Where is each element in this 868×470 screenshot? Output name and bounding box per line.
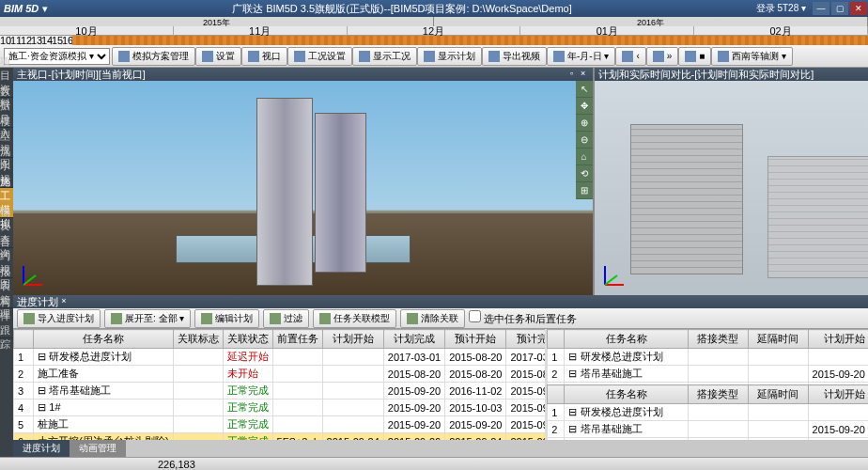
timeline-day[interactable]: 14: [41, 36, 52, 45]
timeline-day[interactable]: 12: [21, 36, 31, 45]
table-row[interactable]: 2 ⊟ 塔吊基础施工2015-09-202016-11-02: [548, 366, 868, 383]
toolbar-btn-8[interactable]: ‹: [615, 47, 645, 66]
pane-max-icon[interactable]: ▫: [566, 69, 578, 80]
toolbar-icon: [294, 51, 305, 62]
toolbar-icon: [202, 51, 213, 62]
schedule-title-bar: 进度计划 ×: [13, 295, 868, 308]
schedule-grid-main[interactable]: 任务名称关联标志关联状态前置任务计划开始计划完成预计开始预计完成实际1⊟ 研发楼…: [13, 329, 545, 440]
pane-close-icon[interactable]: ×: [578, 69, 589, 80]
col-header[interactable]: 计划开始: [808, 385, 868, 404]
col-header[interactable]: 任务名称: [565, 330, 688, 349]
sched-tb-icon: [270, 313, 281, 324]
sched-tb-btn-4[interactable]: 任务关联模型: [313, 309, 396, 328]
col-header[interactable]: 计划完成: [383, 330, 444, 349]
col-header[interactable]: 关联标志: [173, 330, 223, 349]
col-header[interactable]: 计划开始: [322, 330, 383, 349]
table-row[interactable]: 1⊟ 研发楼总进度计划延迟开始2017-03-012015-08-202017-…: [14, 349, 546, 366]
svg-line-11: [23, 275, 36, 285]
col-header[interactable]: 延隔时间: [748, 330, 808, 349]
col-header[interactable]: 搭接类型: [688, 385, 748, 404]
view-tool-4[interactable]: ⌂: [576, 149, 593, 165]
col-header[interactable]: 预计开始: [445, 330, 506, 349]
toolbar-btn-1[interactable]: 设置: [195, 47, 241, 66]
pane-close-icon[interactable]: ×: [58, 296, 70, 307]
sched-tb-btn-0[interactable]: 导入进度计划: [17, 309, 101, 328]
toolbar-btn-0[interactable]: 模拟方案管理: [112, 47, 195, 66]
col-header[interactable]: 搭接类型: [688, 330, 748, 349]
table-row[interactable]: 1⊟ 研发楼总进度计划2017-03-01: [548, 404, 868, 421]
timeline-year: 2016年: [434, 17, 868, 26]
toolbar-icon: [553, 51, 565, 62]
col-header[interactable]: 关联状态: [223, 330, 272, 349]
timeline-day[interactable]: 13: [31, 36, 41, 45]
timeline-month: 11月: [174, 26, 348, 36]
timeline-day[interactable]: 11: [10, 36, 21, 45]
toolbar-icon: [248, 51, 259, 62]
table-row[interactable]: 2 施工准备未开始2015-08-202015-08-202015-08-202…: [14, 366, 546, 383]
minimize-button[interactable]: —: [813, 2, 829, 15]
sidebar-item-8[interactable]: 构件跟踪: [0, 308, 13, 338]
col-header[interactable]: [14, 330, 34, 349]
table-row[interactable]: 1⊟ 研发楼总进度计划2017-03-01: [548, 349, 868, 366]
close-button[interactable]: ✕: [850, 2, 867, 15]
sched-tb-icon: [111, 313, 122, 324]
title-bar: BIM 5D ▾ 广联达 BIM5D 3.5旗舰版(正式版)--[BIM5D项目…: [0, 0, 868, 17]
col-header[interactable]: 延隔时间: [748, 385, 808, 404]
col-header[interactable]: [548, 330, 565, 349]
window-title: 广联达 BIM5D 3.5旗舰版(正式版)--[BIM5D项目案例: D:\Wo…: [48, 2, 755, 16]
toolbar-btn-11[interactable]: 西南等轴测 ▾: [711, 47, 793, 66]
toolbar-btn-3[interactable]: 工况设置: [287, 47, 352, 66]
view-pane-right: 计划和实际时间对比-[计划时间和实际时间对比] ▫ × ↖✥⊕⊖⌂⟲⊞: [595, 68, 868, 295]
timeline-day[interactable]: 15: [52, 36, 62, 45]
viewport-right[interactable]: ↖✥⊕⊖⌂⟲⊞: [595, 81, 868, 295]
toolbar-btn-6[interactable]: 导出视频: [482, 47, 547, 66]
timeline[interactable]: 2015年2016年 10月11月12月01月02月: [0, 17, 868, 36]
table-row[interactable]: 6 土方开挖(周边承台桩头剔除)正常完成5FS+3 d2015-09-24201…: [14, 433, 546, 441]
view-tool-5[interactable]: ⟲: [576, 165, 593, 182]
sched-chk[interactable]: 选中任务和后置任务: [469, 310, 577, 326]
table-row[interactable]: 3 ⊟ 塔吊基础施工正常完成2015-09-202016-11-022015-0…: [14, 383, 546, 400]
sched-tb-btn-1[interactable]: 展开至: 全部 ▾: [104, 309, 191, 328]
timeline-month: 12月: [348, 26, 521, 36]
toolbar-btn-5[interactable]: 显示计划: [417, 47, 482, 66]
view-tool-2[interactable]: ⊕: [576, 115, 593, 132]
toolbar-btn-2[interactable]: 视口: [241, 47, 287, 66]
col-header[interactable]: 任务名称: [565, 385, 688, 404]
maximize-button[interactable]: ▢: [831, 2, 848, 15]
sched-tab-1[interactable]: 动画管理: [70, 440, 126, 457]
table-row[interactable]: 4 ⊟ 1#正常完成2015-09-202015-10-032015-09-20…: [14, 400, 546, 416]
toolbar-btn-9[interactable]: »: [646, 47, 679, 66]
view-tool-6[interactable]: ⊞: [576, 182, 593, 199]
timeline-day[interactable]: 16: [62, 36, 72, 45]
sched-tab-0[interactable]: 进度计划: [13, 440, 70, 457]
col-header[interactable]: 计划开始: [808, 330, 868, 349]
toolbar-btn-10[interactable]: ■: [678, 47, 711, 66]
toolbar-btn-7[interactable]: 年-月-日 ▾: [547, 47, 615, 66]
view-tool-1[interactable]: ✥: [576, 98, 593, 115]
col-header[interactable]: [548, 385, 565, 404]
toolbar-btn-4[interactable]: 显示工况: [352, 47, 417, 66]
status-bar: 226,183: [0, 457, 868, 470]
col-header[interactable]: 预计完成: [506, 330, 545, 349]
sidebar-label: 构件跟踪: [0, 295, 13, 352]
user-menu[interactable]: 登录 5T28 ▾: [756, 2, 806, 15]
col-header[interactable]: 前置任务: [272, 330, 322, 349]
sched-tb-btn-5[interactable]: 清除关联: [400, 309, 465, 328]
view-tool-3[interactable]: ⊖: [576, 132, 593, 149]
table-row[interactable]: 5 桩施工正常完成2015-09-202015-09-202015-09-202…: [14, 416, 546, 433]
table-row[interactable]: 2 ⊟ 塔吊基础施工2015-09-202016-11-02: [548, 421, 868, 438]
timeline-days[interactable]: 10111213141516: [0, 36, 868, 45]
schedule-grid-side[interactable]: 任务名称搭接类型延隔时间计划开始计划完成1⊟ 研发楼总进度计划2017-03-0…: [547, 329, 868, 440]
schedule-tabs: 进度计划动画管理: [13, 440, 868, 457]
sched-tb-btn-3[interactable]: 过滤: [263, 309, 309, 328]
mode-selector[interactable]: 施工·资金资源模拟 ▾: [4, 48, 110, 65]
svg-line-14: [605, 275, 617, 285]
timeline-day[interactable]: 10: [0, 36, 10, 45]
toolbar-icon: [653, 51, 664, 62]
col-header[interactable]: 任务名称: [34, 330, 173, 349]
sched-tb-btn-2[interactable]: 编辑计划: [194, 309, 259, 328]
viewport-left[interactable]: ↖✥⊕⊖⌂⟲⊞: [13, 81, 593, 295]
app-logo: BIM 5D: [4, 3, 39, 14]
view-tool-0[interactable]: ↖: [576, 81, 593, 98]
view-left-title: 主视口-[计划时间][当前视口]: [17, 68, 146, 82]
